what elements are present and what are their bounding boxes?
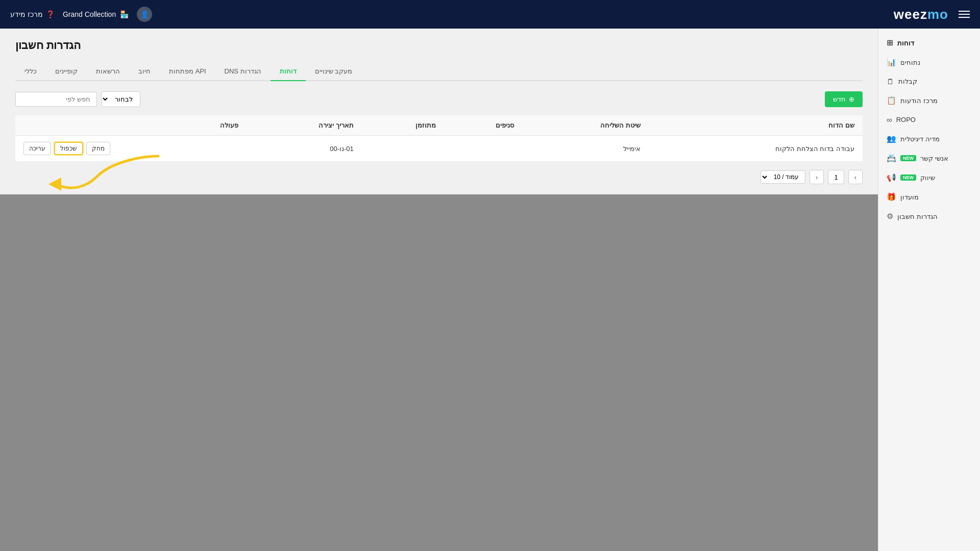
analytics-label: נתוחים: [900, 59, 920, 66]
user-avatar[interactable]: 👤: [137, 7, 152, 22]
col-action: פעולה: [15, 115, 247, 136]
news-icon: 📋: [887, 96, 896, 105]
account-settings-icon: ⚙: [887, 212, 893, 221]
sidebar-item-account-settings[interactable]: הגדרות חשבון ⚙: [878, 207, 980, 226]
store-icon: 🏪: [120, 10, 129, 18]
action-buttons: מחק שכפול עריכה: [23, 142, 238, 155]
toolbar-right: לבחור: [15, 91, 140, 107]
tab-api[interactable]: API מפתחות: [160, 62, 215, 81]
table-row: עבודה בדוח הצלחת הלקוח אימייל 01-נו-00 מ…: [15, 136, 863, 162]
reports-icon: ⊞: [887, 38, 893, 47]
contacts-new-badge: NEW: [900, 155, 916, 161]
cell-name: עבודה בדוח הצלחת הלקוח: [649, 136, 863, 162]
club-icon: 🎁: [887, 192, 896, 202]
tab-billing[interactable]: חיוב: [129, 62, 160, 81]
weezmo-logo: weezmo: [894, 7, 948, 22]
marketing-label: שיווק: [920, 174, 935, 182]
sidebar-item-club[interactable]: מועדון 🎁: [878, 188, 980, 206]
digital-media-label: מדיה דיגיטלית: [900, 135, 940, 143]
sidebar-item-contacts[interactable]: אנשי קשר NEW 📇: [878, 149, 980, 167]
table-body: עבודה בדוח הצלחת הלקוח אימייל 01-נו-00 מ…: [15, 136, 863, 162]
top-bar: weezmo 👤 🏪 Grand Collection ❓ מרכז מידע: [0, 0, 980, 29]
plus-icon: ⊕: [849, 95, 854, 103]
ropo-label: ROPO: [896, 116, 916, 123]
contacts-icon: 📇: [887, 154, 896, 163]
hamburger-menu[interactable]: [959, 11, 970, 18]
next-page-button[interactable]: ›: [848, 170, 863, 184]
page-title: הגדרות חשבון: [15, 39, 81, 52]
duplicate-button[interactable]: שכפול: [54, 142, 83, 155]
cell-scheduled: [362, 136, 444, 162]
reports-label: דוחות: [897, 39, 914, 47]
current-page: 1: [828, 170, 844, 184]
cell-send-method: אימייל: [522, 136, 649, 162]
tab-bar: מעקב שינויים דוחות הגדרות DNS API מפתחות…: [15, 62, 863, 81]
col-types: סניפים: [444, 115, 522, 136]
search-input[interactable]: [15, 92, 97, 107]
help-center[interactable]: ❓ מרכז מידע: [10, 10, 55, 18]
content-area: הגדרות חשבון מעקב שינויים דוחות הגדרות D…: [0, 29, 878, 194]
cell-action: מחק שכפול עריכה: [15, 136, 247, 162]
col-created-at: תאריך יצירה: [247, 115, 362, 136]
tab-dns[interactable]: הגדרות DNS: [215, 62, 271, 81]
cell-types: [444, 136, 522, 162]
col-scheduled: מתוזמן: [362, 115, 444, 136]
page-title-area: הגדרות חשבון: [15, 39, 863, 52]
toolbar: ⊕ חדש לבחור: [15, 91, 863, 107]
main-wrapper: הגדרות חשבון מעקב שינויים דוחות הגדרות D…: [0, 29, 878, 551]
marketing-new-badge: NEW: [900, 174, 916, 181]
delete-button[interactable]: מחק: [86, 142, 110, 155]
sidebar-item-news[interactable]: מרכז הודעות 📋: [878, 91, 980, 110]
ropo-icon: ∞: [887, 115, 892, 124]
help-icon: ❓: [46, 10, 55, 18]
main-layout: דוחות ⊞ נתוחים 📊 קבלות 🗒 מרכז הודעות 📋 R…: [0, 29, 980, 551]
right-sidebar: דוחות ⊞ נתוחים 📊 קבלות 🗒 מרכז הודעות 📋 R…: [878, 29, 980, 551]
col-send-method: שיטת השליחה: [522, 115, 649, 136]
help-label: מרכז מידע: [10, 10, 43, 18]
brand-label: Grand Collection: [63, 10, 116, 18]
tab-reports[interactable]: דוחות: [271, 62, 306, 81]
brand-name: 🏪 Grand Collection: [63, 10, 129, 18]
cell-created-at: 01-נו-00: [247, 136, 362, 162]
pagination: › 1 ‹ עמוד / 10 20 50: [15, 170, 863, 184]
club-label: מועדון: [900, 193, 919, 201]
digital-media-icon: 👥: [887, 134, 896, 143]
account-settings-label: הגדרות חשבון: [897, 213, 938, 220]
sidebar-item-reports[interactable]: דוחות ⊞: [878, 34, 980, 52]
contacts-label: אנשי קשר: [920, 155, 948, 162]
sidebar-item-ropo[interactable]: ROPO ∞: [878, 111, 980, 129]
receivables-icon: 🗒: [887, 77, 894, 86]
tab-registrations[interactable]: הרשאות: [87, 62, 129, 81]
tab-changes[interactable]: מעקב שינויים: [306, 62, 362, 81]
filter-select[interactable]: לבחור: [101, 91, 140, 107]
sidebar-item-marketing[interactable]: שיווק NEW 📢: [878, 168, 980, 187]
table-header: שם הדוח שיטת השליחה סניפים מתוזמן תאריך …: [15, 115, 863, 136]
edit-button[interactable]: עריכה: [23, 142, 51, 155]
sidebar-item-analytics[interactable]: נתוחים 📊: [878, 53, 980, 71]
sidebar-item-digital-media[interactable]: מדיה דיגיטלית 👥: [878, 130, 980, 148]
new-button-label: חדש: [833, 95, 846, 103]
top-bar-left: weezmo: [894, 7, 970, 22]
news-label: מרכז הודעות: [900, 97, 938, 105]
receivables-label: קבלות: [898, 78, 917, 85]
tab-cashiers[interactable]: קופיינים: [46, 62, 87, 81]
marketing-icon: 📢: [887, 173, 896, 182]
header-row: שם הדוח שיטת השליחה סניפים מתוזמן תאריך …: [15, 115, 863, 136]
per-page-select[interactable]: עמוד / 10 20 50: [761, 170, 805, 184]
reports-table: שם הדוח שיטת השליחה סניפים מתוזמן תאריך …: [15, 115, 863, 162]
prev-page-button[interactable]: ‹: [810, 170, 824, 184]
analytics-icon: 📊: [887, 58, 896, 67]
tab-general[interactable]: כללי: [15, 62, 46, 81]
col-name: שם הדוח: [649, 115, 863, 136]
sidebar-item-receivables[interactable]: קבלות 🗒: [878, 72, 980, 90]
new-button[interactable]: ⊕ חדש: [825, 91, 863, 107]
top-bar-right: 👤 🏪 Grand Collection ❓ מרכז מידע: [10, 7, 152, 22]
